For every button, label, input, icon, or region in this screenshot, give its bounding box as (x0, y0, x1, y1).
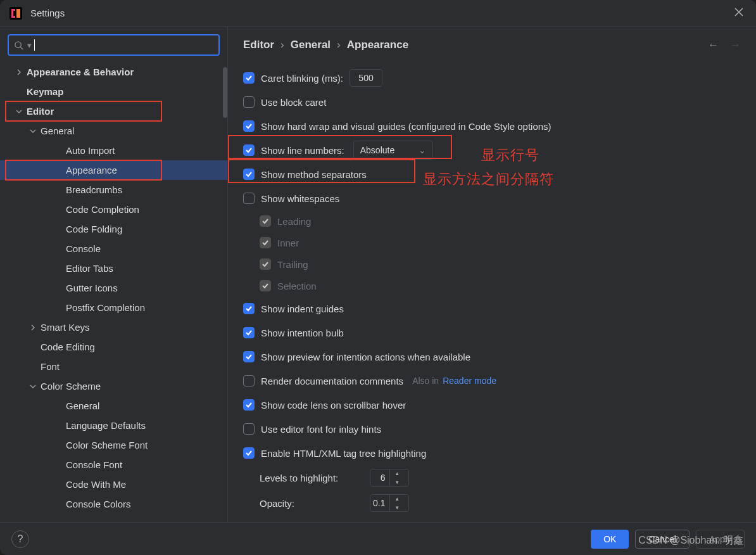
checkbox-editor-font-inlay[interactable] (243, 423, 255, 435)
sidebar-item-general[interactable]: General (0, 121, 227, 141)
sidebar-item-label: Console Colors (66, 499, 131, 509)
sidebar-item-label: General (66, 400, 99, 411)
sidebar-item-console-colors[interactable]: Console Colors (0, 494, 227, 514)
sidebar-item-appearance-behavior[interactable]: Appearance & Behavior (0, 62, 227, 82)
ok-button[interactable]: OK (591, 530, 629, 549)
chevron-down-icon[interactable] (14, 106, 24, 117)
chevron-placeholder (53, 244, 63, 254)
sidebar-item-smart-keys[interactable]: Smart Keys (0, 317, 227, 337)
crumb-appearance: Appearance (347, 39, 408, 51)
sidebar-item-label: Code With Me (66, 479, 126, 490)
chevron-placeholder (53, 480, 63, 490)
spinner-down-icon[interactable]: ▼ (390, 503, 405, 512)
checkbox-show-hard-wrap[interactable] (243, 120, 255, 132)
crumb-general[interactable]: General (291, 39, 331, 51)
checkbox-show-code-lens[interactable] (243, 399, 255, 411)
sidebar-item-label: Code Folding (66, 224, 122, 234)
checkbox-show-method-separators[interactable] (243, 169, 255, 180)
sidebar-item-label: Gutter Icons (66, 283, 118, 293)
sidebar-item-console-font[interactable]: Console Font (0, 455, 227, 475)
sidebar-scrollbar[interactable] (223, 67, 227, 118)
checkbox-caret-blinking[interactable] (243, 72, 255, 84)
chevron-down-icon: ⌄ (419, 145, 426, 155)
chevron-placeholder (28, 342, 38, 352)
sidebar-item-code-editing[interactable]: Code Editing (0, 337, 227, 357)
chevron-down-icon[interactable] (28, 381, 38, 392)
opt-show-line-numbers: Show line numbers: Absolute ⌄ (243, 138, 741, 162)
chevron-right-icon: › (280, 39, 284, 51)
crumb-editor[interactable]: Editor (243, 39, 274, 51)
spinner-up-icon[interactable]: ▲ (390, 469, 405, 478)
line-numbers-mode-dropdown[interactable]: Absolute ⌄ (353, 141, 433, 160)
sidebar-item-label: Color Scheme (41, 381, 101, 392)
nav-forward-icon: → (730, 39, 741, 51)
sidebar-item-keymap[interactable]: Keymap (0, 82, 227, 101)
sidebar-item-label: Editor Tabs (66, 263, 113, 274)
sidebar-item-color-scheme[interactable]: Color Scheme (0, 376, 227, 396)
levels-spinner[interactable]: 6 ▲▼ (370, 469, 409, 487)
checkbox-show-preview-intent[interactable] (243, 351, 255, 362)
sidebar-item-breadcrumbs[interactable]: Breadcrumbs (0, 180, 227, 200)
chevron-right-icon[interactable] (28, 322, 38, 333)
checkbox-ws-selection (260, 280, 271, 291)
sidebar-item-postfix-completion[interactable]: Postfix Completion (0, 298, 227, 317)
sidebar-item-editor[interactable]: Editor (0, 101, 227, 121)
sidebar-item-label: Code Editing (41, 341, 95, 352)
checkbox-ws-leading (260, 215, 271, 227)
help-button[interactable]: ? (11, 530, 29, 548)
opt-show-preview-intent: Show preview for intention actions when … (243, 345, 741, 369)
checkbox-render-doc-comments[interactable] (243, 375, 255, 386)
chevron-placeholder (53, 146, 63, 156)
sidebar-item-language-defaults[interactable]: Language Defaults (0, 416, 227, 435)
sidebar-item-label: Code Completion (66, 204, 139, 215)
search-input[interactable]: ▾ (8, 34, 220, 56)
opt-render-doc-comments: Render documentation comments Also in Re… (243, 369, 741, 393)
sidebar-item-auto-import[interactable]: Auto Import (0, 141, 227, 160)
opt-show-indent-guides: Show indent guides (243, 297, 741, 321)
sidebar-item-font[interactable]: Font (0, 357, 227, 376)
checkbox-html-xml-tree[interactable] (243, 447, 255, 459)
checkbox-show-whitespaces[interactable] (243, 193, 255, 204)
svg-rect-1 (16, 9, 20, 18)
checkbox-show-line-numbers[interactable] (243, 144, 255, 156)
nav-back-icon[interactable]: ← (708, 39, 719, 51)
sidebar-item-console[interactable]: Console (0, 239, 227, 258)
settings-content: Editor › General › Appearance ← → Caret … (228, 27, 756, 522)
chevron-placeholder (53, 264, 63, 274)
spinner-down-icon[interactable]: ▼ (390, 478, 405, 487)
sidebar-item-label: Font (41, 361, 60, 372)
apply-button[interactable]: Apply (696, 530, 745, 549)
caret-blinking-input[interactable] (350, 69, 382, 87)
spinner-up-icon[interactable]: ▲ (390, 494, 405, 503)
chevron-right-icon[interactable] (14, 67, 24, 77)
chevron-placeholder (53, 165, 63, 175)
opacity-spinner[interactable]: 0.1 ▲▼ (370, 494, 409, 512)
chevron-down-icon[interactable] (28, 126, 38, 136)
sidebar-item-color-scheme-font[interactable]: Color Scheme Font (0, 435, 227, 455)
dialog-footer: ? OK Cancel Apply (0, 522, 756, 555)
checkbox-use-block-caret[interactable] (243, 96, 255, 108)
sidebar-item-code-with-me[interactable]: Code With Me (0, 475, 227, 494)
checkbox-show-intention-bulb[interactable] (243, 327, 255, 338)
sidebar-item-code-completion[interactable]: Code Completion (0, 200, 227, 219)
opt-show-method-separators: Show method separators (243, 162, 741, 186)
svg-line-3 (20, 47, 23, 49)
sidebar-item-editor-tabs[interactable]: Editor Tabs (0, 258, 227, 278)
title-text: Settings (30, 8, 65, 18)
checkbox-ws-inner (260, 237, 271, 248)
opt-ws-selection: Selection (243, 275, 741, 297)
sidebar-item-label: Appearance (66, 165, 117, 175)
close-icon[interactable] (731, 3, 747, 23)
chevron-placeholder (53, 185, 63, 195)
cancel-button[interactable]: Cancel (635, 530, 690, 549)
chevron-placeholder (53, 303, 63, 313)
sidebar-item-code-folding[interactable]: Code Folding (0, 219, 227, 239)
sidebar-item-gutter-icons[interactable]: Gutter Icons (0, 278, 227, 298)
checkbox-show-indent-guides[interactable] (243, 303, 255, 314)
sidebar-item-general[interactable]: General (0, 396, 227, 416)
sidebar-item-label: Breadcrumbs (66, 184, 122, 195)
sidebar-item-label: Appearance & Behavior (27, 67, 134, 77)
opt-show-whitespaces: Show whitespaces (243, 186, 741, 210)
sidebar-item-appearance[interactable]: Appearance (0, 160, 227, 180)
reader-mode-link[interactable]: Reader mode (443, 376, 496, 386)
